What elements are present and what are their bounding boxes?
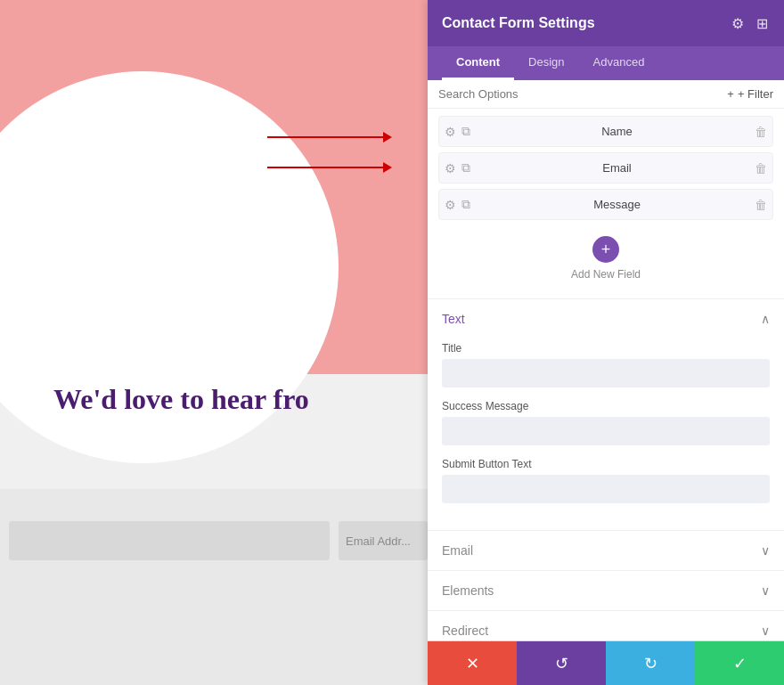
settings-panel: Contact Form Settings ⚙ ⊞ Content Design…	[428, 0, 784, 685]
section-text-header[interactable]: Text ∧	[428, 299, 784, 338]
arrow-head	[383, 132, 392, 143]
label-submit: Submit Button Text	[442, 458, 770, 470]
section-elements-header[interactable]: Elements ∨	[428, 571, 784, 610]
filter-button[interactable]: + + Filter	[727, 87, 773, 101]
panel-content: ⚙ ⧉ Name 🗑 ⚙ ⧉ Email 🗑 ⚙ ⧉ Messag	[428, 109, 784, 640]
section-email-title: Email	[442, 543, 473, 558]
tab-advanced[interactable]: Advanced	[579, 46, 659, 80]
delete-field-message[interactable]: 🗑	[755, 198, 767, 212]
close-icon: ✕	[466, 654, 479, 673]
section-redirect-chevron: ∨	[761, 624, 770, 638]
canvas: We'd love to hear fro Email Addr...	[0, 0, 428, 685]
arrow-line-2	[267, 167, 383, 168]
section-redirect: Redirect ∨	[428, 610, 784, 640]
field-row-name: ⚙ ⧉ Name 🗑	[438, 116, 773, 147]
field-row-email: ⚙ ⧉ Email 🗑	[438, 152, 773, 183]
label-success: Success Message	[442, 400, 770, 412]
panel-header-icons: ⚙ ⊞	[730, 13, 770, 34]
columns-icon-btn[interactable]: ⊞	[755, 13, 770, 34]
section-redirect-title: Redirect	[442, 624, 488, 638]
field-icons-name: ⚙ ⧉	[445, 124, 470, 139]
search-bar: + + Filter	[428, 80, 784, 109]
section-elements-chevron: ∨	[761, 583, 770, 598]
section-email: Email ∨	[428, 530, 784, 570]
panel-header: Contact Form Settings ⚙ ⊞	[428, 0, 784, 46]
canvas-name-input	[9, 521, 330, 560]
input-success-message[interactable]	[442, 417, 770, 445]
field-icons-message: ⚙ ⧉	[445, 197, 470, 212]
canvas-hero-text: We'd love to hear fro	[53, 383, 309, 416]
redo-icon: ↻	[644, 654, 657, 673]
section-text-chevron: ∧	[761, 312, 770, 326]
field-label-message: Message	[479, 198, 755, 211]
input-submit-text[interactable]	[442, 475, 770, 503]
field-label-name: Name	[479, 125, 755, 138]
arrow-email	[267, 162, 392, 173]
section-email-header[interactable]: Email ∨	[428, 531, 784, 570]
gear-icon-email[interactable]: ⚙	[445, 161, 456, 175]
field-group-success: Success Message	[442, 400, 770, 445]
tab-content[interactable]: Content	[442, 46, 514, 80]
add-circle-icon: +	[592, 236, 619, 263]
filter-plus-icon: +	[727, 87, 734, 101]
copy-icon-name[interactable]: ⧉	[461, 124, 470, 139]
field-row-message: ⚙ ⧉ Message 🗑	[438, 189, 773, 220]
section-text-title: Text	[442, 312, 465, 326]
canvas-form-row: Email Addr...	[0, 521, 428, 560]
add-field-label: Add New Field	[571, 268, 641, 281]
add-new-field-btn[interactable]: + Add New Field	[438, 225, 773, 291]
arrow-line	[267, 136, 383, 138]
section-text-body: Title Success Message Submit Button Text	[428, 338, 784, 530]
gear-icon-message[interactable]: ⚙	[445, 198, 456, 212]
section-redirect-header[interactable]: Redirect ∨	[428, 611, 784, 640]
gear-icon-name[interactable]: ⚙	[445, 125, 456, 139]
input-title[interactable]	[442, 359, 770, 387]
delete-field-name[interactable]: 🗑	[755, 125, 767, 139]
section-text: Text ∧ Title Success Message Submit Butt…	[428, 298, 784, 530]
confirm-icon: ✓	[733, 654, 747, 673]
field-icons-email: ⚙ ⧉	[445, 160, 470, 175]
copy-icon-email[interactable]: ⧉	[461, 160, 470, 175]
canvas-email-input: Email Addr...	[339, 521, 428, 560]
settings-icon-btn[interactable]: ⚙	[730, 13, 746, 34]
filter-label: + Filter	[738, 87, 773, 101]
search-input[interactable]	[438, 87, 720, 101]
fields-list: ⚙ ⧉ Name 🗑 ⚙ ⧉ Email 🗑 ⚙ ⧉ Messag	[428, 109, 784, 298]
field-group-submit: Submit Button Text	[442, 458, 770, 503]
field-group-title: Title	[442, 342, 770, 387]
copy-icon-message[interactable]: ⧉	[461, 197, 470, 212]
section-email-chevron: ∨	[761, 543, 770, 558]
arrow-head-2	[383, 162, 392, 173]
label-title: Title	[442, 342, 770, 355]
delete-field-email[interactable]: 🗑	[755, 161, 767, 175]
close-button[interactable]: ✕	[428, 641, 517, 685]
bottom-bar: ✕ ↺ ↻ ✓	[428, 640, 784, 685]
canvas-bottom-area	[0, 489, 428, 685]
redo-button[interactable]: ↻	[606, 641, 695, 685]
section-elements-title: Elements	[442, 583, 494, 598]
section-elements: Elements ∨	[428, 570, 784, 610]
arrow-name	[267, 132, 392, 143]
field-label-email: Email	[479, 161, 755, 175]
confirm-button[interactable]: ✓	[695, 641, 784, 685]
undo-icon: ↺	[555, 654, 568, 673]
undo-button[interactable]: ↺	[517, 641, 606, 685]
panel-tabs: Content Design Advanced	[428, 46, 784, 80]
panel-title: Contact Form Settings	[442, 15, 595, 31]
tab-design[interactable]: Design	[514, 46, 578, 80]
